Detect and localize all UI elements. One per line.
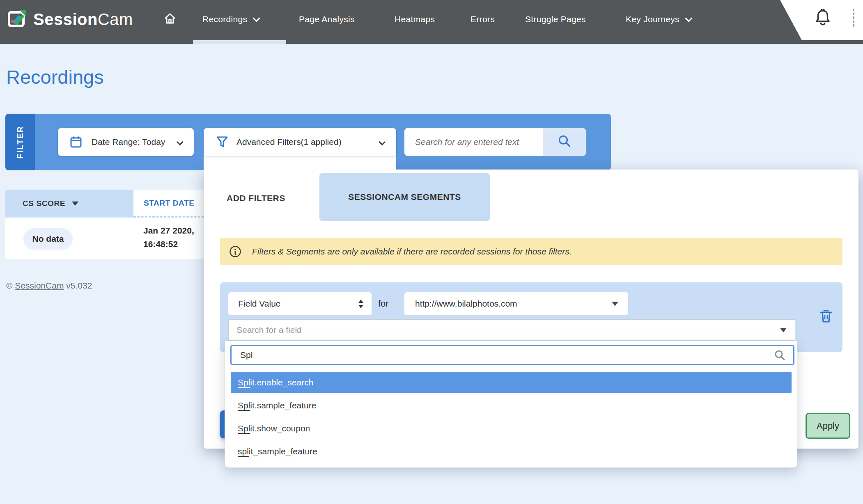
trash-icon <box>819 309 833 325</box>
nav-struggle-pages[interactable]: Struggle Pages <box>525 0 586 39</box>
target-site-select[interactable]: http://www.bilalphotos.com <box>404 292 628 315</box>
cs-score-badge: No data <box>23 228 73 250</box>
nav-page-analysis-label: Page Analysis <box>299 14 355 24</box>
search-icon <box>773 349 786 361</box>
column-header-cs-score[interactable]: CS SCORE <box>5 190 133 218</box>
apply-button[interactable]: Apply <box>806 413 850 439</box>
delete-filter-button[interactable] <box>815 305 838 328</box>
tab-add-filters-label: ADD FILTERS <box>227 193 285 203</box>
start-date-header-label: START DATE <box>144 199 195 208</box>
chevron-down-icon <box>177 139 184 146</box>
session-search-input[interactable] <box>404 128 543 156</box>
copyright-symbol: © <box>6 281 12 290</box>
field-option[interactable]: split_sample_feature <box>231 441 792 462</box>
advanced-filters-label: Advanced Filters(1 applied) <box>236 137 342 147</box>
field-query-input[interactable] <box>232 350 773 360</box>
info-banner: Filters & Segments are only available if… <box>220 238 842 265</box>
nav-heatmaps-label: Heatmaps <box>395 14 435 24</box>
nav-recordings-label: Recordings <box>202 14 247 24</box>
filter-side-tab[interactable]: FILTER <box>5 114 35 170</box>
tab-sessioncam-segments[interactable]: SESSIONCAM SEGMENTS <box>319 173 490 221</box>
nav-home[interactable] <box>163 0 177 39</box>
advanced-filters-button[interactable]: Advanced Filters(1 applied) <box>204 128 396 156</box>
overflow-menu-icon[interactable] <box>853 9 854 27</box>
advanced-filters-panel: ADD FILTERS SESSIONCAM SEGMENTS Filters … <box>204 170 858 449</box>
notifications-bell-icon[interactable] <box>815 9 831 28</box>
column-header-start-date[interactable]: START DATE <box>133 190 204 218</box>
funnel-icon <box>216 135 228 149</box>
nav-key-journeys-label: Key Journeys <box>626 14 679 24</box>
field-type-select[interactable]: Field Value <box>228 292 372 315</box>
nav-struggle-pages-label: Struggle Pages <box>525 14 586 24</box>
session-search <box>404 128 586 156</box>
top-nav: SessionCam Recordings Page Analysis Heat… <box>0 0 863 44</box>
nav-errors[interactable]: Errors <box>471 0 495 39</box>
field-type-value: Field Value <box>238 299 281 309</box>
chevron-down-icon <box>253 14 260 22</box>
info-banner-text: Filters & Segments are only available if… <box>252 247 572 257</box>
for-label: for <box>378 292 389 315</box>
home-icon <box>163 12 177 27</box>
chevron-down-icon <box>685 14 692 22</box>
sessioncam-link[interactable]: SessionCam <box>15 281 64 290</box>
nav-key-journeys[interactable]: Key Journeys <box>626 0 691 39</box>
app-root: SessionCam Recordings Page Analysis Heat… <box>0 0 863 504</box>
search-button[interactable] <box>543 128 586 156</box>
calendar-icon <box>69 135 83 149</box>
field-search-dropdown: Split.enable_search Split.sample_feature… <box>225 341 797 468</box>
apply-button-label: Apply <box>817 421 839 431</box>
field-search-combobox-input[interactable] <box>229 325 780 335</box>
dropdown-arrow-icon <box>780 328 787 332</box>
nav-errors-label: Errors <box>471 14 495 24</box>
info-icon <box>229 245 241 258</box>
tab-add-filters[interactable]: ADD FILTERS <box>227 187 285 210</box>
version-label: v5.032 <box>66 281 92 290</box>
brand-name: SessionCam <box>33 10 133 29</box>
brand[interactable]: SessionCam <box>8 0 133 39</box>
active-nav-indicator <box>193 40 286 44</box>
date-range-label: Date Range: Today <box>92 137 165 147</box>
nav-recordings[interactable]: Recordings <box>202 0 259 39</box>
footer-version: © SessionCam v5.032 <box>6 281 92 291</box>
table-row[interactable]: No data Jan 27 2020, 16:48:52 <box>5 218 204 259</box>
nav-page-analysis[interactable]: Page Analysis <box>299 0 355 39</box>
nav-heatmaps[interactable]: Heatmaps <box>395 0 435 39</box>
page-title: Recordings <box>6 66 104 88</box>
sessioncam-logo-icon <box>8 9 27 29</box>
date-range-button[interactable]: Date Range: Today <box>58 128 194 156</box>
chevron-down-icon <box>379 139 386 146</box>
search-icon <box>557 134 572 150</box>
field-search-combobox[interactable] <box>228 319 795 341</box>
select-spinner-icon <box>358 300 363 308</box>
cs-score-header-label: CS SCORE <box>23 199 65 208</box>
panel-connector <box>204 154 396 172</box>
field-option-selected[interactable]: Split.enable_search <box>231 372 792 393</box>
field-query-box <box>230 345 794 365</box>
filter-side-tab-label: FILTER <box>16 126 25 159</box>
field-option[interactable]: Split.sample_feature <box>231 395 792 416</box>
tab-segments-label: SESSIONCAM SEGMENTS <box>348 192 461 202</box>
dropdown-arrow-icon <box>612 302 618 306</box>
field-option[interactable]: Split.show_coupon <box>231 418 792 439</box>
target-site-value: http://www.bilalphotos.com <box>415 299 517 309</box>
sort-descending-icon <box>72 202 78 206</box>
start-date-value: Jan 27 2020, 16:48:52 <box>143 224 194 251</box>
